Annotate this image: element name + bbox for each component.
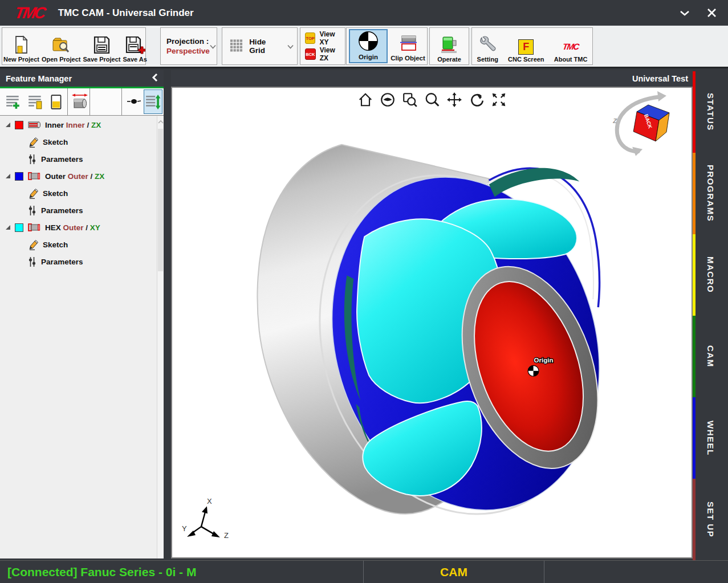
tab-color-strip: [693, 71, 696, 153]
tree-row-parameters[interactable]: Parameters: [0, 202, 157, 219]
collapse-panel-chevron-icon[interactable]: [152, 73, 158, 84]
tab-cam[interactable]: CAM: [693, 316, 728, 397]
feature-type: Inner: [66, 121, 85, 129]
chevron-down-icon: [210, 41, 216, 51]
button-label: Save Project: [83, 56, 120, 63]
tree-row-inner[interactable]: Inner Inner / ZX: [0, 116, 157, 133]
tab-macro[interactable]: MACRO: [693, 234, 728, 316]
origin-button[interactable]: Origin: [349, 29, 388, 63]
cnc-screen-button[interactable]: F CNC Screen: [507, 28, 546, 64]
view-xy-button[interactable]: TOP View XY: [302, 30, 344, 46]
origin-clip-group: Origin Clip Object: [346, 27, 428, 65]
origin-icon: [357, 30, 379, 52]
tab-color-strip: [693, 234, 696, 316]
axis-x-label: X: [207, 497, 212, 505]
scrollbar-thumb[interactable]: [158, 129, 163, 271]
tab-color-strip: [693, 397, 696, 479]
model-viewport[interactable]: Origin Z BACK: [171, 87, 693, 558]
tmc-mini-logo-icon: TMC: [562, 38, 580, 55]
projection-dropdown[interactable]: Projection : Perspective: [160, 27, 217, 65]
add-feature-icon[interactable]: [5, 94, 21, 112]
visibility-icon[interactable]: [127, 97, 141, 108]
status-spacer: [544, 561, 728, 583]
parameters-label: Parameters: [41, 206, 83, 215]
operate-icon: [439, 35, 459, 55]
tree-row-outer[interactable]: Outer Outer / ZX: [0, 168, 157, 185]
save-project-icon: [92, 35, 111, 55]
feature-name: Inner: [45, 121, 64, 129]
feature-toolbar: [0, 88, 164, 116]
expander-icon[interactable]: [5, 225, 11, 230]
separator: /: [86, 223, 88, 232]
parameters-label: Parameters: [41, 155, 83, 164]
rotate-icon[interactable]: [469, 92, 485, 108]
reorder-list-icon: [145, 94, 161, 110]
view-zx-button[interactable]: BCK View ZX: [302, 46, 344, 62]
fanuc-icon: F: [518, 39, 534, 55]
tab-programs[interactable]: PROGRAMS: [693, 153, 728, 234]
expander-icon[interactable]: [5, 122, 11, 128]
operate-button[interactable]: Operate: [430, 28, 469, 64]
measure-cylinder-icon[interactable]: [70, 92, 90, 113]
setting-button[interactable]: Setting: [476, 28, 499, 64]
tab-label: CAM: [706, 345, 715, 368]
tab-color-strip: [693, 153, 696, 234]
tree-row-sketch[interactable]: Sketch: [0, 185, 157, 202]
axis-triad: X Y Z: [182, 497, 229, 540]
zoom-icon[interactable]: [424, 92, 440, 108]
feature-tree: Inner Inner / ZX Sketch Parameters Outer…: [0, 116, 157, 558]
zoom-window-icon[interactable]: [402, 92, 418, 108]
wrench-icon: [478, 35, 497, 55]
feature-type: Outer: [68, 172, 88, 181]
tree-row-parameters[interactable]: Parameters: [0, 253, 157, 270]
tree-row-sketch[interactable]: Sketch: [0, 133, 157, 150]
tree-row-hex[interactable]: HEX Outer / XY: [0, 219, 157, 236]
pan-icon[interactable]: [446, 92, 462, 108]
tree-row-sketch[interactable]: Sketch: [0, 236, 157, 253]
clip-object-button[interactable]: Clip Object: [390, 29, 426, 63]
hide-grid-dropdown[interactable]: Hide Grid: [222, 27, 298, 65]
expander-icon[interactable]: [5, 173, 11, 179]
right-tab-strip: STATUS PROGRAMS MACRO CAM WHEEL SET UP: [693, 68, 728, 560]
inner-profile-icon: [27, 120, 41, 130]
save-as-button[interactable]: Save As: [121, 28, 148, 64]
color-swatch: [15, 172, 23, 181]
tab-wheel[interactable]: WHEEL: [693, 397, 728, 479]
clip-object-label: Clip Object: [391, 55, 425, 62]
titlebar: TMC TMC CAM - Universal Grinder: [0, 0, 728, 26]
add-sub-feature-icon[interactable]: [27, 94, 43, 112]
feature-type: Outer: [63, 223, 84, 232]
feature-manager-header: Feature Manager: [0, 70, 164, 87]
button-label: New Project: [3, 56, 39, 63]
color-swatch: [15, 121, 23, 129]
tab-label: WHEEL: [706, 421, 715, 456]
home-icon[interactable]: [357, 92, 373, 108]
collapse-chevron-icon[interactable]: [680, 10, 690, 16]
tab-setup[interactable]: SET UP: [693, 479, 728, 560]
save-as-icon: [125, 35, 145, 55]
reorder-list-button[interactable]: [144, 89, 162, 114]
axis-y-label: Y: [182, 524, 187, 533]
close-icon[interactable]: [707, 8, 717, 18]
beaker-icon[interactable]: [48, 94, 64, 112]
fit-icon[interactable]: [491, 92, 507, 108]
tab-status[interactable]: STATUS: [693, 71, 728, 153]
hide-grid-label: Hide Grid: [249, 38, 283, 55]
scroll-up-icon[interactable]: [158, 120, 164, 124]
feature-manager-title: Feature Manager: [6, 74, 72, 83]
new-project-button[interactable]: New Project: [2, 28, 40, 64]
view-eye-icon[interactable]: [380, 92, 396, 108]
parameters-sliders-icon: [28, 205, 36, 216]
grinding-wheel-model[interactable]: Origin Z BACK: [172, 88, 692, 557]
tree-scrollbar[interactable]: [157, 116, 164, 558]
about-tmc-button[interactable]: TMC About TMC: [553, 28, 589, 64]
tree-row-parameters[interactable]: Parameters: [0, 150, 157, 168]
setting-label: Setting: [477, 56, 498, 63]
save-project-button[interactable]: Save Project: [82, 28, 121, 64]
app-window: TMC TMC CAM - Universal Grinder New Proj…: [0, 0, 728, 583]
feature-plane: ZX: [91, 121, 101, 129]
color-swatch: [15, 223, 23, 232]
view-group: TOP View XY BCK View ZX: [300, 27, 345, 65]
tab-label: PROGRAMS: [706, 165, 715, 222]
open-project-button[interactable]: Open Project: [40, 28, 82, 64]
